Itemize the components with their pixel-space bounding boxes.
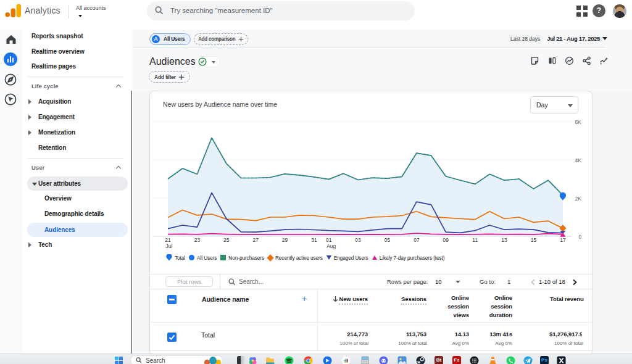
svg-text:03: 03: [355, 237, 361, 243]
svg-text:0: 0: [578, 234, 581, 240]
svg-text:4K: 4K: [575, 157, 582, 163]
svg-text:2K: 2K: [575, 196, 582, 202]
svg-text:11: 11: [472, 237, 478, 243]
svg-text:01: 01: [326, 237, 332, 243]
svg-text:25: 25: [223, 237, 230, 243]
svg-text:15: 15: [531, 237, 537, 243]
svg-text:Jul: Jul: [166, 243, 173, 249]
svg-text:05: 05: [385, 237, 391, 243]
svg-text:31: 31: [311, 237, 317, 243]
svg-text:13: 13: [501, 237, 507, 243]
svg-text:6K: 6K: [575, 119, 582, 125]
svg-text:09: 09: [443, 237, 449, 243]
svg-text:27: 27: [252, 237, 259, 243]
svg-text:Aug: Aug: [326, 243, 336, 249]
svg-text:07: 07: [414, 237, 420, 243]
svg-text:29: 29: [282, 237, 288, 243]
svg-text:23: 23: [194, 237, 201, 243]
svg-text:17: 17: [560, 237, 566, 243]
svg-text:21: 21: [165, 237, 171, 243]
